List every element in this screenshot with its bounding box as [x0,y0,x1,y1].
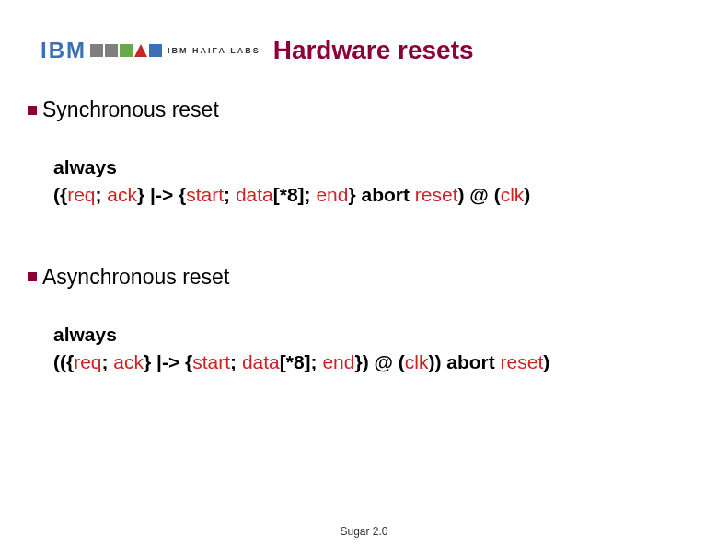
ibm-logo: IBM [40,43,87,59]
keyword: [*8]; [273,184,317,205]
identifier: reset [415,184,458,205]
keyword: ; [224,184,236,205]
identifier: ack [107,184,137,205]
identifier: data [236,184,273,205]
identifier: start [186,184,224,205]
content-area: Synchronous reset always({req; ack} |-> … [28,97,700,432]
bullet-icon [28,272,37,281]
square-icon [90,44,103,57]
triangle-icon [134,44,147,57]
identifier: req [67,184,95,205]
identifier: end [322,351,354,372]
section-heading-1: Synchronous reset [28,97,700,122]
heading-text: Asynchronous reset [42,265,229,290]
keyword: ; [96,184,108,205]
keyword: always [53,324,117,345]
keyword: ; [102,351,114,372]
keyword: ) @ ( [458,184,501,205]
code-line: (({req; ack} |-> {start; data[*8]; end})… [53,349,700,376]
keyword: ; [230,351,242,372]
square-icon [149,44,162,57]
keyword: ) [543,351,549,372]
keyword: (({ [53,351,74,372]
heading-text: Synchronous reset [42,97,219,122]
code-line: always [53,154,700,181]
identifier: reset [501,351,544,372]
identifier: req [74,351,101,372]
identifier: clk [501,184,525,205]
haifa-labs-label: IBM HAIFA LABS [168,46,260,55]
circle-icon [120,44,133,57]
code-line: ({req; ack} |-> {start; data[*8]; end} a… [53,181,700,209]
keyword: [*8]; [280,351,323,372]
code-line: always [53,321,700,349]
identifier: start [192,351,230,372]
identifier: clk [405,351,429,372]
keyword: ({ [53,184,67,205]
footer-text: Sugar 2.0 [0,525,728,538]
header: IBM IBM HAIFA LABS Hardware resets [40,35,700,66]
keyword: } abort [348,184,414,205]
keyword: always [53,156,117,177]
slide-title: Hardware resets [273,36,474,65]
identifier: data [242,351,280,372]
keyword: }) @ ( [354,351,404,372]
code-block-1: always({req; ack} |-> {start; data[*8]; … [53,154,700,210]
haifa-labs-icons [90,44,162,57]
code-block-2: always(({req; ack} |-> {start; data[*8];… [53,321,700,377]
bullet-icon [28,106,37,115]
identifier: ack [113,351,144,372]
keyword: ) [524,184,530,205]
keyword: )) abort [428,351,500,372]
keyword: } |-> { [144,351,192,372]
identifier: end [316,184,348,205]
square-icon [105,44,118,57]
keyword: } |-> { [137,184,186,205]
section-heading-2: Asynchronous reset [28,265,700,290]
